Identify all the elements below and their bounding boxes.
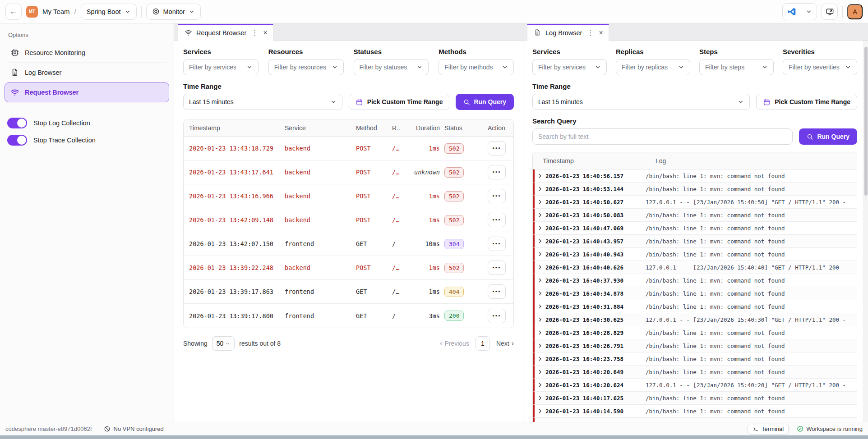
tab-close-icon[interactable]: × [599, 29, 603, 37]
expand-chevron-icon[interactable] [537, 291, 543, 296]
row-actions-button[interactable]: ••• [488, 237, 506, 251]
steps-filter-select[interactable]: Filter by steps [699, 59, 774, 75]
log-row[interactable]: 2026-01-23 16:40:43.957/bin/bash: line 1… [533, 235, 857, 248]
log-row[interactable]: 2026-01-23 16:40:34.878/bin/bash: line 1… [533, 287, 857, 300]
vscode-options-button[interactable] [801, 4, 817, 20]
log-row[interactable]: 2026-01-23 16:40:56.157/bin/bash: line 1… [533, 169, 857, 183]
time-range-select[interactable]: Last 15 minutes [532, 94, 750, 110]
table-row[interactable]: 2026-01-23 13:42:07.150frontendGET/10ms3… [184, 232, 513, 256]
open-in-new-window-button[interactable] [822, 4, 838, 20]
page-size-select[interactable]: 50 [212, 336, 235, 351]
table-row[interactable]: 2026-01-23 13:43:18.729backendPOST/…1ms5… [184, 137, 513, 160]
services-filter-select[interactable]: Filter by services [532, 59, 607, 75]
log-row[interactable]: 2026-01-23 16:40:53.144/bin/bash: line 1… [533, 183, 857, 196]
stop-log-collection-toggle[interactable] [7, 118, 27, 128]
expand-chevron-icon[interactable] [537, 212, 543, 218]
severities-filter-select[interactable]: Filter by severities [783, 59, 857, 75]
table-row[interactable]: 2026-01-23 13:39:17.800frontendGET/3ms20… [184, 304, 513, 328]
log-row[interactable]: 2026-01-23 16:40:40.943/bin/bash: line 1… [533, 248, 857, 261]
table-row[interactable]: 2026-01-23 13:42:09.148backendPOST/…1ms5… [184, 208, 513, 232]
run-query-button[interactable]: Run Query [799, 128, 857, 145]
log-row[interactable]: 2026-01-23 16:40:37.930/bin/bash: line 1… [533, 274, 857, 287]
pick-custom-time-range-button[interactable]: Pick Custom Time Range [349, 94, 450, 110]
log-row[interactable]: 2026-01-23 16:40:31.884/bin/bash: line 1… [533, 300, 857, 313]
services-filter-select[interactable]: Filter by services [183, 59, 259, 75]
sidebar-item-log-browser[interactable]: Log Browser [5, 63, 169, 82]
expand-chevron-icon[interactable] [537, 395, 543, 401]
expand-chevron-icon[interactable] [537, 382, 543, 388]
log-row[interactable]: 2026-01-23 16:40:50.083/bin/bash: line 1… [533, 209, 857, 222]
expand-chevron-icon[interactable] [537, 225, 543, 231]
vpn-status[interactable]: No VPN configured [104, 425, 164, 432]
page-number-button[interactable]: 1 [476, 336, 490, 351]
chevron-down-icon [738, 99, 744, 105]
sidebar-item-request-browser[interactable]: Request Browser [5, 82, 169, 102]
table-row[interactable]: 2026-01-23 13:43:16.966backendPOST/…1ms5… [184, 184, 513, 208]
log-row[interactable]: 2026-01-23 16:40:50.627127.0.0.1 - - [23… [533, 196, 857, 209]
tab-menu-icon[interactable]: ⋮ [586, 29, 595, 37]
showing-label: Showing [183, 340, 208, 347]
tab-close-icon[interactable]: × [263, 29, 267, 37]
expand-chevron-icon[interactable] [537, 408, 543, 414]
workspace-selector[interactable]: Spring Boot [81, 4, 137, 20]
methods-filter-select[interactable]: Filter by methods [439, 59, 514, 75]
stop-trace-collection-toggle[interactable] [7, 135, 27, 146]
run-query-button[interactable]: Run Query [456, 94, 514, 110]
replicas-filter-select[interactable]: Filter by replicas [616, 59, 690, 75]
open-vscode-button[interactable] [783, 4, 801, 20]
monitor-selector[interactable]: Monitor [146, 4, 201, 20]
row-actions-button[interactable]: ••• [488, 261, 506, 275]
log-row[interactable]: 2026-01-23 16:40:23.758/bin/bash: line 1… [533, 352, 857, 366]
row-actions-button[interactable]: ••• [488, 165, 506, 179]
expand-chevron-icon[interactable] [537, 343, 543, 348]
expand-chevron-icon[interactable] [537, 330, 543, 335]
vertical-scrollbar[interactable] [863, 41, 868, 422]
user-avatar[interactable]: A [847, 4, 863, 19]
expand-chevron-icon[interactable] [537, 238, 543, 244]
pick-custom-time-range-button[interactable]: Pick Custom Time Range [756, 94, 857, 110]
expand-chevron-icon[interactable] [537, 199, 543, 205]
log-row[interactable]: 2026-01-23 16:40:30.625127.0.0.1 - - [23… [533, 313, 857, 326]
expand-chevron-icon[interactable] [537, 186, 543, 192]
expand-chevron-icon[interactable] [537, 369, 543, 375]
row-actions-button[interactable]: ••• [488, 213, 506, 227]
table-row[interactable]: 2026-01-23 13:39:17.863frontendGET/…1ms4… [184, 280, 513, 304]
expand-chevron-icon[interactable] [537, 421, 543, 422]
table-row[interactable]: 2026-01-23 13:43:17.641backendPOST/…unkn… [184, 160, 513, 184]
tab-request-browser[interactable]: Request Browser ⋮ × [178, 24, 273, 41]
resources-filter-select[interactable]: Filter by resources [268, 59, 344, 75]
expand-chevron-icon[interactable] [537, 356, 543, 361]
log-row[interactable]: 2026-01-23 16:40:28.829/bin/bash: line 1… [533, 326, 857, 339]
log-row[interactable]: 2026-01-23 16:40:17.625/bin/bash: line 1… [533, 392, 857, 405]
row-actions-button[interactable]: ••• [488, 141, 506, 155]
terminal-button[interactable]: Terminal [748, 424, 789, 434]
expand-chevron-icon[interactable] [537, 173, 543, 178]
expand-chevron-icon[interactable] [537, 317, 543, 322]
log-row[interactable]: 2026-01-23 16:40:20.624127.0.0.1 - - [23… [533, 379, 857, 392]
log-row[interactable]: 2026-01-23 16:40:14.590/bin/bash: line 1… [533, 405, 857, 418]
log-row[interactable]: 2026-01-23 16:40:20.649/bin/bash: line 1… [533, 366, 857, 379]
log-row[interactable]: 2026-01-23 16:40:47.069/bin/bash: line 1… [533, 222, 857, 235]
back-button[interactable]: ← [5, 4, 22, 20]
expand-chevron-icon[interactable] [537, 304, 543, 309]
log-row[interactable]: 2026-01-23 16:40:11.576/bin/bash: line 1… [533, 418, 857, 422]
row-actions-button[interactable]: ••• [488, 189, 506, 203]
tab-menu-icon[interactable]: ⋮ [250, 29, 259, 37]
log-row[interactable]: 2026-01-23 16:40:40.626127.0.0.1 - - [23… [533, 261, 857, 274]
tab-log-browser[interactable]: Log Browser ⋮ × [527, 24, 609, 41]
row-actions-button[interactable]: ••• [488, 284, 506, 299]
scrollbar-thumb[interactable] [864, 47, 868, 196]
expand-chevron-icon[interactable] [537, 278, 543, 283]
next-page-button[interactable]: Next› [496, 339, 514, 348]
full-text-search-input[interactable] [532, 128, 793, 145]
table-row[interactable]: 2026-01-23 13:39:22.248backendPOST/…1ms5… [184, 256, 513, 280]
previous-page-button[interactable]: ‹Previous [440, 339, 469, 348]
time-range-select[interactable]: Last 15 minutes [183, 94, 342, 110]
sidebar-item-resource-monitoring[interactable]: Resource Monitoring [5, 43, 169, 63]
expand-chevron-icon[interactable] [537, 252, 543, 257]
statuses-filter-select[interactable]: Filter by statuses [354, 59, 429, 75]
expand-chevron-icon[interactable] [537, 265, 543, 270]
sidebar-item-label: Resource Monitoring [25, 49, 85, 56]
log-row[interactable]: 2026-01-23 16:40:26.791/bin/bash: line 1… [533, 339, 857, 352]
row-actions-button[interactable]: ••• [488, 309, 506, 323]
